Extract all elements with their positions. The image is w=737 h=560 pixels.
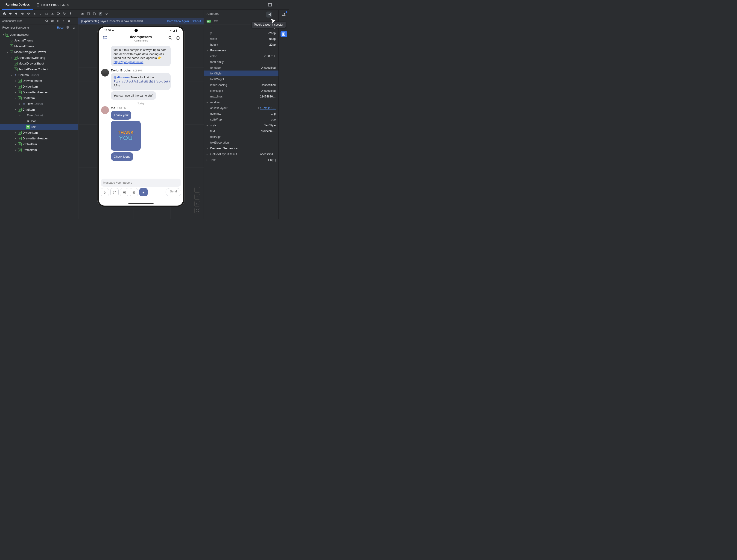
- layers-3d-icon[interactable]: [93, 12, 96, 16]
- tree-node[interactable]: ▸@ProfileItem: [0, 147, 78, 153]
- attribute-list[interactable]: x-296dpy221dpwidth96dpheight22dp▾Paramet…: [204, 24, 279, 219]
- gear-icon[interactable]: ⚙: [67, 19, 71, 23]
- home-bar[interactable]: [128, 203, 154, 204]
- chevron-icon[interactable]: ▾: [14, 108, 17, 111]
- attribute-group[interactable]: ▾Declared Semantics: [204, 145, 279, 151]
- opt-out-link[interactable]: Opt-out: [192, 20, 201, 23]
- chevron-icon[interactable]: ▸: [18, 103, 21, 105]
- drawer-icon[interactable]: [103, 35, 108, 40]
- attribute-row[interactable]: color#1B1B1F: [204, 53, 279, 59]
- chevron-icon[interactable]: ▸: [14, 149, 17, 151]
- tree-node[interactable]: ▸▭Row(inline): [0, 101, 78, 107]
- tree-node[interactable]: ▾@ChatItem: [0, 95, 78, 101]
- avatar[interactable]: [101, 69, 109, 77]
- chevron-icon[interactable]: ▸: [207, 124, 209, 127]
- emoji-icon[interactable]: ☺: [101, 188, 109, 196]
- tree-node[interactable]: @MaterialTheme: [0, 43, 78, 49]
- home-icon[interactable]: ○: [39, 12, 42, 15]
- dont-show-again-link[interactable]: Don't Show Again: [167, 20, 189, 23]
- tree-node[interactable]: ▸@ProfileItem: [0, 141, 78, 147]
- window-icon[interactable]: [268, 3, 272, 7]
- tree-node[interactable]: ▾▭Row(inline): [0, 112, 78, 118]
- attribute-row[interactable]: textAlign: [204, 134, 279, 140]
- chevron-icon[interactable]: ▸: [14, 91, 17, 94]
- tree-node[interactable]: ▸@DrawerItemHeader: [0, 89, 78, 95]
- mention-icon[interactable]: @: [110, 188, 119, 196]
- tree-node[interactable]: @JetchatDrawerContent: [0, 66, 78, 72]
- reset-link[interactable]: Reset: [57, 26, 64, 29]
- tree-node[interactable]: ▣Icon: [0, 118, 78, 124]
- attribute-row[interactable]: letterSpacingUnspecified: [204, 82, 279, 88]
- chevron-icon[interactable]: ▸: [207, 101, 209, 103]
- message-link[interactable]: https://goo.gle/jetnews: [114, 60, 143, 64]
- tree-node[interactable]: ▸@DrawerHeader: [0, 78, 78, 84]
- layers-2d-icon[interactable]: [87, 12, 90, 16]
- zoom-out-button[interactable]: −: [194, 194, 200, 200]
- lambda-link[interactable]: λ Text.kt:1…: [260, 106, 276, 110]
- attribute-row[interactable]: softWraptrue: [204, 117, 279, 122]
- overview-icon[interactable]: □: [45, 12, 48, 15]
- zoom-1-1-button[interactable]: 1:1: [194, 201, 200, 206]
- chevron-icon[interactable]: ▾: [6, 51, 9, 53]
- rotate-left-icon[interactable]: ⟲: [21, 12, 24, 15]
- chevron-icon[interactable]: ▸: [14, 131, 17, 134]
- attribute-row[interactable]: textdroidcon-…: [204, 128, 279, 134]
- chevron-icon[interactable]: ▸: [14, 143, 17, 145]
- refresh-icon[interactable]: ↻: [105, 12, 108, 16]
- avatar[interactable]: [101, 106, 109, 114]
- attribute-row[interactable]: y221dp: [204, 30, 279, 36]
- attribute-row[interactable]: ▸TextList[1]: [204, 157, 279, 163]
- tree-node[interactable]: @ModalDrawerSheet: [0, 61, 78, 66]
- location-icon[interactable]: ◎: [130, 188, 138, 196]
- attribute-row[interactable]: overflowClip: [204, 111, 279, 117]
- zoom-fit-button[interactable]: ⛶: [194, 208, 200, 213]
- reload-icon[interactable]: ↻: [63, 12, 66, 15]
- attribute-row[interactable]: fontStyle: [204, 71, 279, 76]
- layout-inspector-rail-icon[interactable]: [281, 31, 287, 37]
- tree-node[interactable]: ▾@ChatItem: [0, 107, 78, 112]
- disable-icon[interactable]: ⊘: [72, 26, 76, 29]
- kebab-icon[interactable]: ⋮: [69, 12, 72, 15]
- tree-node[interactable]: ▸@DrawerItemHeader: [0, 136, 78, 141]
- chevron-icon[interactable]: ▸: [207, 159, 209, 161]
- copy-icon[interactable]: [66, 26, 70, 29]
- bell-icon[interactable]: [281, 12, 287, 18]
- chevron-icon[interactable]: ▾: [10, 74, 13, 76]
- tree-node[interactable]: AbText: [0, 124, 78, 130]
- attribute-row[interactable]: fontSizeUnspecified: [204, 65, 279, 71]
- image-icon[interactable]: ▣: [120, 188, 128, 196]
- attribute-row[interactable]: onTextLayoutλ λ Text.kt:1…: [204, 105, 279, 111]
- eye-icon[interactable]: [81, 12, 84, 16]
- attribute-row[interactable]: textDecoration: [204, 140, 279, 145]
- rotate-right-icon[interactable]: ⟳: [27, 12, 30, 15]
- attribute-row[interactable]: maxLines21474836…: [204, 94, 279, 99]
- tab-running-devices[interactable]: Running Devices: [2, 0, 33, 10]
- send-button[interactable]: Send: [166, 188, 181, 196]
- back-icon[interactable]: ◁: [33, 12, 36, 15]
- chevron-icon[interactable]: ▾: [14, 97, 17, 99]
- tab-device[interactable]: Pixel 6 Pro API 33 ×: [33, 0, 72, 10]
- chevron-icon[interactable]: ▸: [14, 80, 17, 82]
- attribute-row[interactable]: height22dp: [204, 42, 279, 47]
- tree-node[interactable]: ▾@JetchatDrawer: [0, 32, 78, 38]
- attribute-row[interactable]: ▸modifier: [204, 99, 279, 105]
- attribute-group[interactable]: ▾Parameters: [204, 47, 279, 53]
- attribute-row[interactable]: fontWeight: [204, 76, 279, 82]
- chevron-icon[interactable]: ▸: [207, 153, 209, 155]
- power-icon[interactable]: ⏻: [3, 12, 6, 15]
- chevron-icon[interactable]: ▾: [207, 147, 209, 150]
- tree-node[interactable]: ▸@DividerItem: [0, 84, 78, 89]
- info-icon[interactable]: i: [176, 36, 180, 40]
- tree-node[interactable]: ▾@ModalNavigationDrawer: [0, 49, 78, 55]
- close-icon[interactable]: ×: [62, 19, 65, 23]
- close-icon[interactable]: ×: [67, 3, 69, 7]
- volume-up-icon[interactable]: [9, 12, 12, 15]
- device-canvas[interactable]: 11:52 ◆ ▾ ◢ ▮ #composers 42 membe: [78, 24, 204, 219]
- chevron-icon[interactable]: ▸: [14, 137, 17, 140]
- overlay-icon[interactable]: [99, 12, 102, 16]
- component-tree[interactable]: ▾@JetchatDrawer@JetchatTheme@MaterialThe…: [0, 31, 78, 219]
- zoom-in-button[interactable]: +: [194, 187, 200, 193]
- message-input[interactable]: [101, 179, 181, 187]
- minimize-icon[interactable]: —: [73, 19, 76, 23]
- kebab-icon[interactable]: ⋮: [276, 3, 279, 7]
